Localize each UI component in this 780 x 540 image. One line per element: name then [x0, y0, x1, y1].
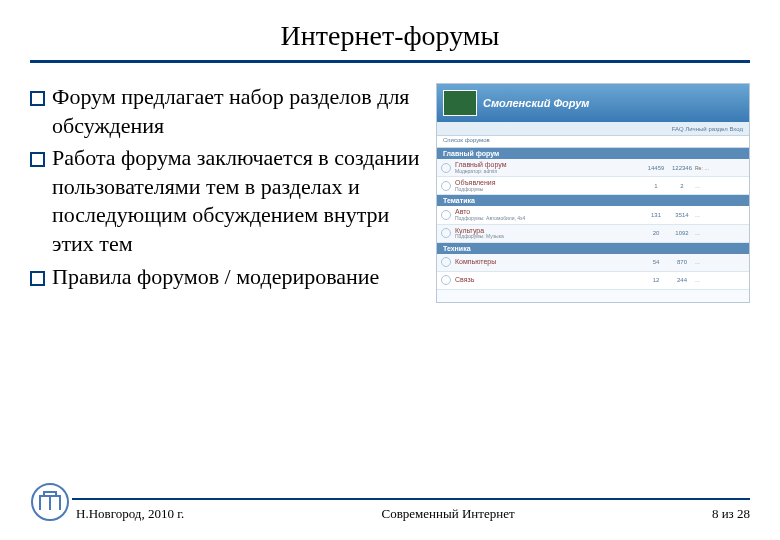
forum-logo-icon — [443, 90, 477, 116]
forum-section-head: Главный форум — [437, 148, 749, 159]
forum-header: Смоленский Форум — [437, 84, 749, 122]
row-count-topics: 14459 — [643, 165, 669, 171]
content-row: Форум предлагает набор разделов для обсу… — [30, 83, 750, 540]
row-count-posts: 244 — [669, 277, 695, 283]
slide-title: Интернет-форумы — [281, 20, 500, 58]
forum-section-head: Тематика — [437, 195, 749, 206]
forum-screenshot: Смоленский Форум FAQ Личный раздел Вход … — [436, 83, 750, 303]
bullet-item: Работа форума заключается в создании пол… — [30, 144, 426, 258]
row-meta: Модератор: admin — [455, 169, 643, 175]
row-last-post: Re: … — [695, 165, 745, 171]
topic-status-icon — [441, 275, 451, 285]
bullet-item: Форум предлагает набор разделов для обсу… — [30, 83, 426, 140]
topic-status-icon — [441, 228, 451, 238]
row-count-topics: 12 — [643, 277, 669, 283]
footer-page: 8 из 28 — [712, 506, 750, 522]
forum-title: Смоленский Форум — [483, 97, 589, 109]
page-total: 28 — [737, 506, 750, 521]
forum-nav: FAQ Личный раздел Вход — [437, 122, 749, 136]
footer: Н.Новгород, 2010 г. Современный Интернет… — [30, 498, 750, 522]
row-topic: Компьютеры — [455, 258, 643, 266]
row-last-post: … — [695, 230, 745, 236]
footer-subject: Современный Интернет — [184, 506, 712, 522]
row-main: Компьютеры — [455, 258, 643, 266]
row-meta: Подфорумы — [455, 187, 643, 193]
forum-row: Главный форумМодератор: admin14459122346… — [437, 159, 749, 177]
topic-status-icon — [441, 210, 451, 220]
title-underline — [30, 60, 750, 63]
footer-location: Н.Новгород, 2010 г. — [76, 506, 184, 522]
row-count-posts: 1092 — [669, 230, 695, 236]
topic-status-icon — [441, 163, 451, 173]
row-last-post: … — [695, 277, 745, 283]
row-meta: Подфорумы: Автомобили, 4х4 — [455, 216, 643, 222]
topic-status-icon — [441, 257, 451, 267]
row-topic: Объявления — [455, 179, 643, 187]
row-count-posts: 3514 — [669, 212, 695, 218]
forum-row: Компьютеры54870… — [437, 254, 749, 272]
forum-body: Главный форумГлавный форумМодератор: adm… — [437, 148, 749, 290]
forum-section-head: Техника — [437, 243, 749, 254]
row-count-topics: 131 — [643, 212, 669, 218]
row-count-topics: 20 — [643, 230, 669, 236]
row-topic: Связь — [455, 276, 643, 284]
forum-breadcrumb: Список форумов — [437, 136, 749, 148]
row-count-posts: 870 — [669, 259, 695, 265]
row-main: КультураПодфорумы: Музыка — [455, 227, 643, 240]
row-meta: Подфорумы: Музыка — [455, 234, 643, 240]
row-main: Главный форумМодератор: admin — [455, 161, 643, 174]
footer-line — [72, 498, 750, 500]
row-main: ОбъявленияПодфорумы — [455, 179, 643, 192]
row-count-topics: 1 — [643, 183, 669, 189]
forum-row: АвтоПодфорумы: Автомобили, 4х41313514… — [437, 206, 749, 224]
bullet-list: Форум предлагает набор разделов для обсу… — [30, 83, 426, 540]
university-logo-icon — [30, 482, 70, 522]
row-last-post: … — [695, 212, 745, 218]
forum-row: КультураПодфорумы: Музыка201092… — [437, 225, 749, 243]
forum-row: ОбъявленияПодфорумы12… — [437, 177, 749, 195]
row-count-topics: 54 — [643, 259, 669, 265]
screenshot-column: Смоленский Форум FAQ Личный раздел Вход … — [426, 83, 750, 540]
bullet-item: Правила форумов / модерирование — [30, 263, 426, 292]
topic-status-icon — [441, 181, 451, 191]
page-current: 8 из — [712, 506, 737, 521]
title-area: Интернет-форумы — [30, 20, 750, 63]
row-count-posts: 2 — [669, 183, 695, 189]
row-main: АвтоПодфорумы: Автомобили, 4х4 — [455, 208, 643, 221]
row-count-posts: 122346 — [669, 165, 695, 171]
forum-row: Связь12244… — [437, 272, 749, 290]
row-last-post: … — [695, 259, 745, 265]
row-main: Связь — [455, 276, 643, 284]
row-last-post: … — [695, 183, 745, 189]
